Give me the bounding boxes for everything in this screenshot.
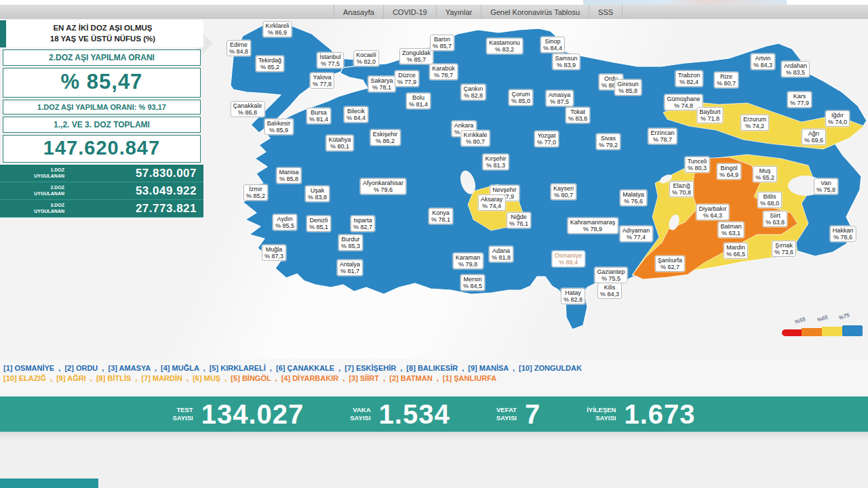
province-label[interactable]: Sivas % 79,2: [596, 134, 620, 150]
province-label[interactable]: Aksaray % 74,4: [478, 195, 506, 211]
stat-group: TEST SAYISI 134.027: [172, 399, 304, 430]
province-label[interactable]: Çankırı % 82,8: [460, 84, 486, 100]
province-label[interactable]: Tekirdağ % 85,2: [256, 56, 284, 72]
province-label[interactable]: Kayseri % 80,7: [551, 184, 576, 200]
province-label[interactable]: Karabük % 78,7: [429, 64, 458, 80]
province-label[interactable]: Giresun % 85,8: [614, 79, 642, 96]
province-label[interactable]: Niğde % 76,1: [507, 212, 531, 228]
province-label[interactable]: Kars % 77,9: [787, 92, 812, 108]
province-label[interactable]: Uşak % 83,8: [305, 186, 330, 202]
province-name: Van: [816, 180, 835, 186]
province-label[interactable]: Muğla % 87,3: [262, 245, 286, 261]
province-label[interactable]: Erzincan % 78,7: [648, 128, 677, 144]
province-label[interactable]: Kocaeli % 82,0: [353, 50, 379, 66]
province-label[interactable]: Zonguldak % 85,7: [399, 48, 433, 64]
province-label[interactable]: Karaman % 79,8: [453, 253, 484, 269]
province-rate: % 75,5: [597, 275, 625, 282]
province-label[interactable]: Bartın % 85,7: [430, 35, 454, 51]
list-item-name: MANİSA: [479, 364, 509, 372]
stat-value: 1.673: [624, 399, 695, 430]
province-label[interactable]: Osmaniye % 89,4: [552, 251, 585, 267]
province-label[interactable]: Balıkesir % 85,9: [264, 119, 294, 135]
province-label[interactable]: Sakarya % 78,1: [368, 76, 395, 92]
province-label[interactable]: Rize % 80,7: [714, 72, 738, 88]
province-name: Trabzon: [678, 72, 701, 79]
province-label[interactable]: Ardahan % 83,5: [781, 61, 810, 77]
province-label[interactable]: Kırşehir % 81,3: [482, 154, 509, 170]
nav-item[interactable]: Yayınlar: [437, 5, 482, 19]
province-name: Hatay: [564, 289, 583, 296]
province-label[interactable]: Bingöl % 64,9: [717, 163, 741, 180]
province-label[interactable]: Siirt % 63,8: [763, 211, 787, 227]
province-label[interactable]: Eskişehir % 86,2: [370, 129, 401, 146]
nav-item[interactable]: SSS: [589, 5, 623, 19]
province-label[interactable]: Bayburt % 71,8: [696, 107, 723, 123]
list-item: [2] ORDU: [64, 364, 98, 372]
province-label[interactable]: Yalova % 77,8: [310, 73, 334, 89]
province-label[interactable]: Mersin % 84,5: [460, 274, 485, 291]
province-label[interactable]: Samsun % 83,9: [552, 54, 580, 70]
province-label[interactable]: Malatya % 76,6: [620, 190, 647, 206]
nav-item[interactable]: Anasayfa: [334, 5, 384, 19]
province-label[interactable]: Edirne % 84,8: [226, 40, 251, 56]
province-label[interactable]: Bursa % 81,4: [307, 108, 331, 124]
province-label[interactable]: Muş % 65,2: [753, 166, 777, 182]
province-rate: % 71,8: [699, 115, 720, 122]
province-label[interactable]: Artvin % 84,3: [751, 54, 775, 70]
province-rate: % 78,1: [370, 84, 393, 91]
list-separator: ,: [186, 374, 189, 382]
province-label[interactable]: Amasya % 87,5: [546, 90, 574, 106]
province-name: İzmir: [246, 186, 265, 192]
list-item-name: OSMANİYE: [15, 364, 55, 372]
list-separator: ,: [224, 374, 226, 382]
province-label[interactable]: Aydın % 85,5: [273, 214, 297, 230]
nav-item[interactable]: Genel Koronavirüs Tablosu: [481, 5, 589, 19]
province-label[interactable]: Kütahya % 80,1: [326, 135, 353, 151]
province-label[interactable]: Batman % 63,1: [717, 222, 744, 238]
province-label[interactable]: Erzurum % 74,2: [741, 115, 769, 131]
province-label[interactable]: Bitlis % 68,0: [757, 192, 782, 208]
province-name: Kırıkkale: [463, 131, 487, 138]
province-label[interactable]: Kahramanmaraş % 78,9: [568, 218, 618, 234]
province-label[interactable]: Çanakkale % 86,8: [231, 101, 265, 117]
province-label[interactable]: Elazığ % 70,8: [669, 181, 694, 197]
province-rate: % 80,3: [688, 165, 707, 171]
province-label[interactable]: Burdur % 85,3: [338, 235, 363, 251]
province-label[interactable]: Bilecik % 84,4: [344, 106, 368, 123]
province-rate: % 85,1: [309, 224, 328, 230]
province-label[interactable]: Van % 75,8: [814, 178, 838, 195]
stat-label: İYİLEŞEN SAYISI: [587, 406, 616, 423]
province-label[interactable]: Afyonkarahisar % 79,6: [360, 178, 406, 195]
province-label[interactable]: Mardin % 66,5: [724, 243, 748, 259]
province-label[interactable]: Tunceli % 80,3: [685, 157, 710, 173]
province-label[interactable]: Antalya % 81,7: [337, 260, 363, 276]
nav-item[interactable]: COVID-19: [384, 5, 437, 19]
province-label[interactable]: Hakkari % 78,6: [830, 226, 856, 242]
province-label[interactable]: İstanbul % 77,5: [317, 52, 344, 68]
province-label[interactable]: Tokat % 83,8: [566, 107, 590, 123]
province-label[interactable]: Adana % 81,8: [489, 246, 513, 262]
province-label[interactable]: Çorum % 85,0: [509, 89, 533, 106]
province-label[interactable]: Kastamonu % 83,2: [486, 38, 523, 54]
province-label[interactable]: Gaziantep % 75,5: [594, 267, 627, 283]
province-label[interactable]: Denizli % 85,1: [307, 216, 331, 232]
province-label[interactable]: Hatay % 82,8: [561, 288, 585, 304]
province-label[interactable]: Adıyaman % 77,4: [620, 226, 653, 242]
province-label[interactable]: Kırklareli % 86,9: [262, 21, 292, 37]
province-label[interactable]: Manisa % 85,8: [276, 167, 301, 184]
province-label[interactable]: Diyarbakır % 64,3: [696, 204, 729, 220]
province-label[interactable]: Konya % 78,1: [429, 208, 453, 224]
province-label[interactable]: Ağrı % 69,6: [802, 129, 826, 145]
province-label[interactable]: Yozgat % 77,0: [534, 131, 559, 147]
province-label[interactable]: Şırnak % 73,6: [772, 241, 796, 257]
province-label[interactable]: Kırıkkale % 80,7: [460, 130, 490, 146]
province-label[interactable]: Sinop % 84,4: [540, 37, 565, 53]
province-label[interactable]: Bolu % 81,4: [406, 93, 431, 109]
province-label[interactable]: Şanlıurfa % 62,7: [655, 256, 685, 272]
province-label[interactable]: İzmir % 85,2: [243, 184, 268, 201]
province-label[interactable]: Düzce % 77,9: [395, 70, 419, 87]
province-label[interactable]: Iğdır % 74,0: [825, 110, 850, 127]
province-label[interactable]: Isparta % 82,7: [351, 216, 375, 232]
province-label[interactable]: Trabzon % 82,4: [675, 70, 703, 87]
province-label[interactable]: Kilis % 84,3: [597, 283, 622, 299]
